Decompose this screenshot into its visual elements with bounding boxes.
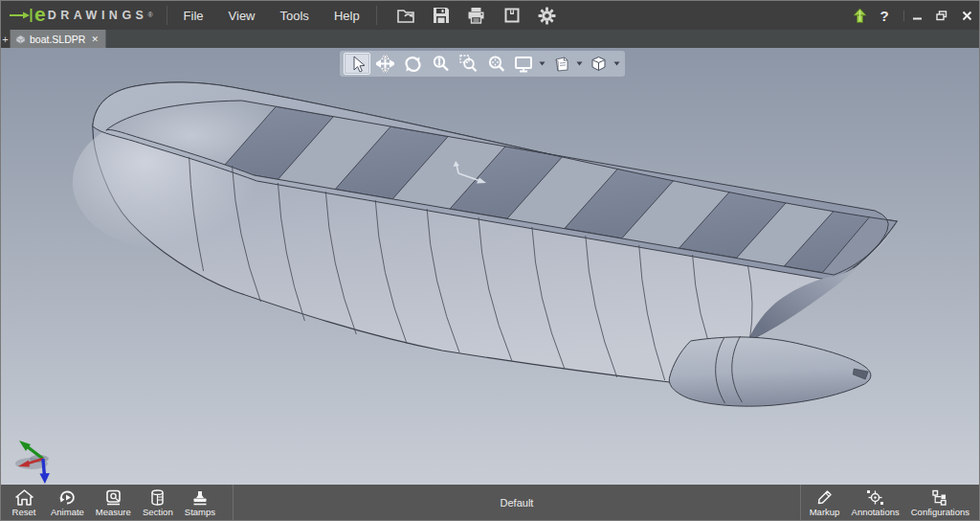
upgrade-arrow-icon	[853, 8, 867, 24]
save-button[interactable]	[430, 4, 453, 27]
annotations-label: Annotations	[852, 507, 900, 517]
print-button[interactable]	[465, 4, 488, 27]
stern-pod[interactable]	[669, 336, 871, 406]
annotations-icon	[866, 489, 884, 506]
markup-label: Markup	[810, 507, 840, 517]
stamps-label: Stamps	[185, 507, 215, 517]
titlebar-divider	[376, 6, 377, 25]
measure-icon	[104, 489, 122, 506]
restore-button[interactable]	[929, 11, 954, 21]
logo-arrow-icon	[9, 8, 33, 23]
menu-file[interactable]: File	[171, 1, 216, 30]
zoom-to-area-button[interactable]	[455, 53, 481, 75]
stamp-icon	[191, 489, 209, 506]
annotations-button[interactable]: Annotations	[846, 485, 905, 521]
pencil-icon	[816, 489, 833, 506]
close-button[interactable]	[954, 11, 979, 21]
menu-bar: File View Tools Help	[171, 1, 372, 30]
monitor-icon	[514, 56, 533, 73]
save-icon	[433, 7, 450, 24]
configurations-button[interactable]: Configurations	[905, 485, 975, 521]
new-tab-button[interactable]: +	[1, 30, 11, 48]
open-icon	[396, 7, 415, 24]
window-controls	[903, 11, 979, 21]
pan-icon	[376, 55, 394, 73]
tab-label: boat.SLDPRT	[30, 34, 85, 45]
chevron-down-icon	[576, 61, 583, 66]
markup-views-button[interactable]	[547, 53, 574, 75]
model-viewport[interactable]	[1, 48, 979, 485]
markup-button[interactable]: Markup	[804, 485, 846, 521]
rotate-icon	[404, 56, 422, 73]
upgrade-button[interactable]	[848, 4, 871, 27]
chevron-down-icon	[613, 61, 620, 66]
options-button[interactable]	[536, 4, 559, 27]
stamps-button[interactable]: Stamps	[179, 485, 221, 521]
view-toolbar	[340, 51, 625, 77]
title-bar: e DRAWINGS ® File View Tools Help	[1, 1, 979, 30]
configuration-label: Default	[501, 497, 534, 509]
bottom-toolbar: Reset Animate Measure	[1, 485, 979, 521]
help-button[interactable]: ?	[871, 8, 898, 24]
menu-help[interactable]: Help	[322, 1, 372, 30]
display-options-caret[interactable]	[538, 53, 546, 75]
configurations-tree-icon	[931, 489, 948, 506]
tab-bar: + boat.SLDPRT ✕	[1, 30, 979, 48]
logo-e: e	[34, 5, 46, 24]
logo-registered-mark: ®	[147, 11, 152, 20]
tab-boat-sldprt[interactable]: boat.SLDPRT ✕	[11, 30, 106, 48]
section-button[interactable]: Section	[137, 485, 179, 521]
view-orientation-button[interactable]	[585, 53, 612, 75]
markup-views-caret[interactable]	[575, 53, 584, 75]
package-icon	[503, 7, 521, 24]
triad-y-axis-green	[19, 441, 43, 459]
select-cursor-icon	[349, 56, 366, 73]
part-file-icon	[15, 34, 26, 44]
select-tool-button[interactable]	[344, 53, 370, 75]
reset-button[interactable]: Reset	[3, 485, 45, 521]
titlebar-divider	[167, 6, 167, 25]
open-button[interactable]	[394, 4, 417, 27]
rotate-tool-button[interactable]	[399, 53, 426, 75]
edrawings-window: e DRAWINGS ® File View Tools Help	[0, 0, 980, 521]
drawing-views-icon	[552, 56, 570, 73]
titlebar-right: ?	[848, 4, 979, 27]
reset-label: Reset	[12, 507, 36, 517]
zoom-icon	[432, 55, 450, 73]
bottom-left-tools: Reset Animate Measure	[1, 485, 233, 521]
zoom-area-icon	[459, 55, 478, 73]
boat-3d-model[interactable]	[1, 48, 979, 485]
logo-brand-text: DRAWINGS	[48, 9, 148, 22]
zoom-fit-icon	[487, 55, 505, 73]
menu-tools[interactable]: Tools	[268, 1, 322, 30]
animate-icon	[58, 489, 77, 506]
display-options-button[interactable]	[510, 53, 537, 75]
titlebar-tool-icons	[394, 4, 559, 27]
bottom-right-tools: Markup Annotations	[801, 485, 979, 521]
edrawings-logo: e DRAWINGS ®	[1, 1, 163, 30]
section-icon	[149, 489, 166, 506]
measure-button[interactable]: Measure	[90, 485, 137, 521]
home-icon	[15, 489, 33, 506]
menu-view[interactable]: View	[216, 1, 268, 30]
view-orientation-caret[interactable]	[612, 53, 621, 75]
zoom-to-fit-button[interactable]	[482, 53, 509, 75]
minimize-button[interactable]	[904, 11, 929, 21]
cube-icon	[590, 55, 608, 73]
configuration-selector[interactable]: Default	[233, 485, 801, 521]
pan-tool-button[interactable]	[371, 53, 398, 75]
package-button[interactable]	[501, 4, 523, 27]
gear-icon	[538, 7, 556, 25]
tab-close-icon[interactable]: ✕	[89, 34, 100, 44]
print-icon	[467, 7, 485, 24]
animate-button[interactable]: Animate	[45, 485, 90, 521]
chevron-down-icon	[539, 61, 546, 66]
section-label: Section	[143, 507, 173, 517]
zoom-tool-button[interactable]	[427, 53, 454, 75]
measure-label: Measure	[96, 507, 131, 517]
configurations-label: Configurations	[911, 507, 969, 517]
reference-triad	[15, 441, 50, 484]
animate-label: Animate	[51, 507, 84, 517]
